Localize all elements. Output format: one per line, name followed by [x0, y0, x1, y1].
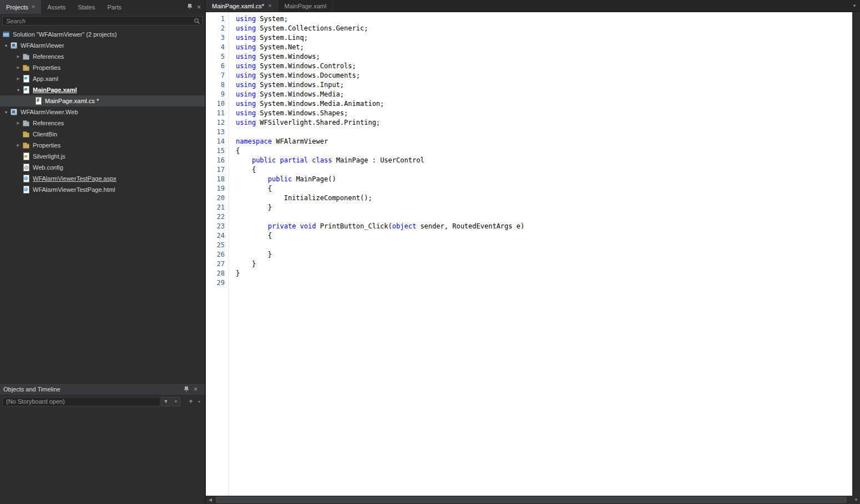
code-line: 29 — [206, 278, 852, 288]
code-token — [276, 156, 280, 164]
panel-tab-states[interactable]: States — [72, 0, 101, 14]
code-line: 27 } — [206, 259, 852, 269]
code-line: 17 { — [206, 165, 852, 175]
line-number: 29 — [206, 278, 225, 288]
code-text: using System.Windows.Documents; — [225, 71, 360, 80]
code-text: { — [225, 165, 256, 175]
search-icon[interactable] — [192, 18, 202, 24]
code-token: using — [236, 24, 256, 32]
code-token — [236, 175, 268, 183]
tree-item-label: Properties — [33, 64, 60, 71]
close-panel-icon[interactable]: × — [194, 385, 198, 393]
expanded-expander-icon[interactable]: ▼ — [14, 88, 22, 92]
code-line: 1using System; — [206, 14, 852, 24]
code-token: System.Net; — [256, 43, 304, 51]
line-number: 16 — [206, 156, 225, 165]
code-text: using System.Windows.Media.Animation; — [225, 99, 384, 109]
vertical-scrollbar[interactable] — [852, 12, 860, 496]
tree-item-solution-wfalarmviewer-2-projects[interactable]: Solution "WFAlarmViewer" (2 projects) — [0, 29, 205, 40]
close-panel-icon[interactable]: × — [197, 3, 201, 11]
storyboard-options-icon[interactable]: ▼ — [196, 400, 203, 404]
line-number: 25 — [206, 241, 225, 250]
code-line: 9using System.Windows.Media; — [206, 90, 852, 99]
code-line: 13 — [206, 128, 852, 137]
code-line: 12using WFSilverlight.Shared.Printing; — [206, 118, 852, 128]
code-token: System.Windows.Input; — [256, 81, 344, 89]
code-lines: 1using System;2using System.Collections.… — [206, 14, 852, 288]
code-line: 15{ — [206, 146, 852, 156]
line-number: 10 — [206, 99, 225, 109]
webpage-icon — [22, 186, 30, 194]
pin-icon[interactable] — [187, 3, 193, 11]
xaml-icon — [22, 75, 30, 83]
code-editor[interactable]: 1using System;2using System.Collections.… — [206, 12, 852, 496]
tree-item-references[interactable]: ▶References — [0, 118, 205, 129]
scrollbar-track[interactable] — [215, 496, 852, 504]
tree-item-references[interactable]: ▶References — [0, 51, 205, 62]
collapsed-expander-icon[interactable]: ▶ — [14, 65, 22, 70]
editor-tab-mainpage-xaml-cs[interactable]: MainPage.xaml.cs*× — [206, 0, 279, 12]
close-icon[interactable]: × — [268, 3, 271, 9]
code-token: using — [236, 109, 256, 117]
code-line: 8using System.Windows.Input; — [206, 80, 852, 90]
collapsed-expander-icon[interactable]: ▶ — [14, 143, 22, 147]
scroll-down-icon[interactable]: ▼ — [852, 497, 860, 502]
open-storyboard-button[interactable]: ▼ — [161, 397, 170, 406]
tree-item-wfalarmviewertestpage-aspx[interactable]: WFAlarmViewerTestPage.aspx — [0, 173, 205, 184]
code-token: System; — [256, 15, 288, 23]
code-text: } — [225, 250, 272, 259]
code-token: System.Windows.Controls; — [256, 62, 356, 70]
code-token: using — [236, 90, 256, 98]
code-text: { — [225, 184, 272, 194]
tab-list-dropdown-icon[interactable]: ▼ — [849, 0, 860, 12]
tree-item-properties[interactable]: ▶Properties — [0, 140, 205, 151]
line-number: 22 — [206, 212, 225, 222]
code-text — [225, 241, 236, 250]
panel-tab-parts[interactable]: Parts — [101, 0, 128, 14]
search-input[interactable] — [3, 18, 192, 24]
tree-item-wfalarmviewertestpage-html[interactable]: WFAlarmViewerTestPage.html — [0, 184, 205, 195]
tree-item-clientbin[interactable]: ClientBin — [0, 129, 205, 140]
tree-item-app-xaml[interactable]: ▶App.xaml — [0, 73, 205, 84]
tree-item-wfalarmviewer-web[interactable]: ▼WFAlarmViewer.Web — [0, 106, 205, 118]
code-token: System.Windows.Media; — [256, 90, 344, 98]
pin-icon[interactable] — [184, 386, 189, 393]
tree-item-mainpage-xaml-cs[interactable]: MainPage.xaml.cs * — [0, 95, 205, 106]
line-number: 14 — [206, 137, 225, 146]
storyboard-selector[interactable]: (No Storyboard open) — [2, 397, 160, 406]
tree-item-silverlight-js[interactable]: Silverlight.js — [0, 151, 205, 162]
editor-tab-label: MainPage.xaml — [285, 3, 327, 9]
collapsed-expander-icon[interactable]: ▶ — [14, 77, 22, 81]
line-number: 9 — [206, 90, 225, 99]
collapsed-expander-icon[interactable]: ▶ — [14, 54, 22, 59]
editor-tab-mainpage-xaml[interactable]: MainPage.xaml — [279, 0, 333, 12]
tree-item-label: References — [33, 53, 64, 60]
new-storyboard-button[interactable]: + — [187, 398, 195, 405]
panel-tab-assets[interactable]: Assets — [41, 0, 72, 14]
line-number: 8 — [206, 80, 225, 90]
line-number: 21 — [206, 203, 225, 212]
line-number: 6 — [206, 62, 225, 71]
close-icon[interactable]: × — [32, 4, 35, 10]
collapsed-expander-icon[interactable]: ▶ — [14, 121, 22, 125]
code-token: { — [236, 166, 256, 174]
tree-item-label: WFAlarmViewerTestPage.aspx — [33, 175, 117, 182]
code-line: 26 } — [206, 250, 852, 259]
expanded-expander-icon[interactable]: ▼ — [2, 44, 10, 48]
close-storyboard-button[interactable]: × — [171, 397, 180, 406]
tree-item-web-config[interactable]: Web.config — [0, 162, 205, 173]
panel-tab-projects[interactable]: Projects× — [0, 0, 41, 14]
tree-item-properties[interactable]: ▶Properties — [0, 62, 205, 73]
scrollbar-thumb[interactable] — [216, 497, 847, 503]
panel-tab-label: Parts — [107, 4, 122, 11]
horizontal-scrollbar[interactable]: ◀ ▼ — [206, 496, 860, 504]
expanded-expander-icon[interactable]: ▼ — [2, 110, 10, 114]
scroll-left-icon[interactable]: ◀ — [206, 497, 215, 502]
code-token: } — [236, 203, 272, 211]
tree-item-mainpage-xaml[interactable]: ▼MainPage.xaml — [0, 84, 205, 95]
code-token: using — [236, 119, 256, 126]
line-number: 23 — [206, 222, 225, 231]
tree-item-wfalarmviewer[interactable]: ▼WFAlarmViewer — [0, 40, 205, 51]
code-line: 19 { — [206, 184, 852, 194]
line-number: 20 — [206, 194, 225, 203]
